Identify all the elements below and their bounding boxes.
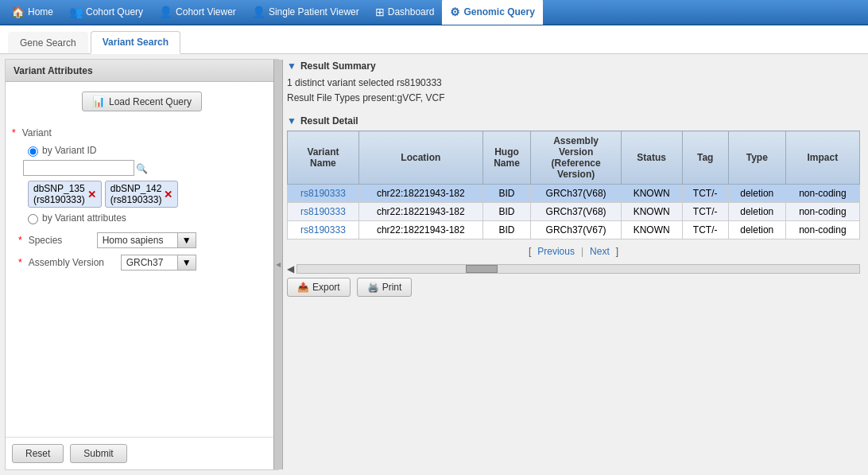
col-assembly: AssemblyVersion(ReferenceVersion) — [531, 131, 621, 185]
cell-status: KNOWN — [621, 185, 682, 203]
cohort-viewer-icon: 👤 — [159, 6, 172, 18]
col-type: Type — [728, 131, 785, 185]
col-status: Status — [621, 131, 682, 185]
table-row: rs8190333 chr22:18221943-182 BID GRCh37(… — [288, 185, 860, 203]
table-row: rs8190333 chr22:18221943-182 BID GRCh37(… — [288, 203, 860, 221]
search-input-row: 🔍 — [23, 160, 272, 176]
col-location: Location — [358, 131, 482, 185]
pagination: [ Previous | Next ] — [287, 246, 860, 257]
next-link[interactable]: Next — [590, 246, 610, 257]
remove-chip-2[interactable]: ✕ — [164, 189, 172, 201]
load-recent-query-button[interactable]: 📊 Load Recent Query — [82, 91, 202, 111]
variant-chips: dbSNP_135(rs8190333) ✕ dbSNP_142(rs81903… — [28, 181, 272, 208]
variant-search-input[interactable] — [23, 160, 134, 176]
col-hugo: HugoName — [482, 131, 531, 185]
print-icon: 🖨️ — [367, 282, 379, 293]
chart-icon: 📊 — [92, 95, 105, 107]
species-required: * — [18, 235, 22, 246]
by-variant-id-radio[interactable] — [28, 146, 38, 157]
scroll-track[interactable] — [296, 264, 860, 274]
cell-hugo: BID — [482, 203, 531, 221]
panel-body: 📊 Load Recent Query * Variant by Variant… — [6, 82, 278, 437]
cell-hugo: BID — [482, 185, 531, 203]
reset-button[interactable]: Reset — [12, 444, 64, 463]
assembly-required: * — [18, 257, 22, 268]
scroll-left-arrow[interactable]: ◀ — [287, 263, 294, 274]
table-row: rs8190333 chr22:18221943-182 BID GRCh37(… — [288, 221, 860, 239]
by-variant-attr-row: by Variant attributes — [28, 212, 272, 224]
right-panel: ▼ Result Summary 1 distinct variant sele… — [279, 54, 868, 475]
assembly-select[interactable]: GRCh37 ▼ — [121, 255, 196, 271]
genomic-query-icon: ⚙ — [450, 6, 460, 18]
cohort-query-icon: 👥 — [69, 6, 83, 18]
remove-chip-1[interactable]: ✕ — [87, 189, 96, 201]
cell-type: deletion — [728, 221, 785, 239]
cell-variant: rs8190333 — [288, 203, 359, 221]
col-impact: Impact — [785, 131, 859, 185]
species-select[interactable]: Homo sapiens ▼ — [97, 232, 196, 248]
nav-cohort-viewer[interactable]: 👤 Cohort Viewer — [151, 0, 244, 25]
top-navigation: 🏠 Home 👥 Cohort Query 👤 Cohort Viewer 👤 … — [0, 0, 868, 25]
nav-dashboard[interactable]: ⊞ Dashboard — [367, 0, 443, 25]
cell-tag: TCT/- — [682, 221, 728, 239]
cell-impact: non-coding — [785, 221, 859, 239]
scroll-thumb[interactable] — [466, 265, 498, 273]
variant-link[interactable]: rs8190333 — [300, 206, 346, 217]
cell-location: chr22:18221943-182 — [358, 185, 482, 203]
bottom-buttons: Reset Submit — [6, 437, 278, 469]
horizontal-scrollbar[interactable]: ◀ — [287, 263, 860, 274]
result-summary: ▼ Result Summary 1 distinct variant sele… — [287, 60, 860, 106]
collapse-triangle[interactable]: ▼ — [287, 60, 296, 72]
submit-button[interactable]: Submit — [70, 444, 126, 463]
cell-status: KNOWN — [621, 221, 682, 239]
export-button[interactable]: 📤 Export — [287, 278, 351, 297]
by-variant-attr-radio[interactable] — [28, 214, 38, 224]
dashboard-icon: ⊞ — [375, 6, 385, 18]
variant-field-row: * Variant — [12, 127, 272, 138]
variant-chip-1: dbSNP_135(rs8190333) ✕ — [28, 181, 102, 208]
by-variant-id-row: by Variant ID — [28, 145, 272, 157]
species-row: * Species Homo sapiens ▼ — [18, 232, 272, 248]
cell-impact: non-coding — [785, 203, 859, 221]
cell-type: deletion — [728, 203, 785, 221]
left-panel: Variant Attributes 📊 Load Recent Query *… — [5, 59, 279, 470]
result-summary-header: ▼ Result Summary — [287, 60, 860, 72]
assembly-row: * Assembly Version GRCh37 ▼ — [18, 255, 272, 271]
nav-home[interactable]: 🏠 Home — [3, 0, 61, 25]
main-content: Variant Attributes 📊 Load Recent Query *… — [0, 54, 868, 475]
tab-variant-search[interactable]: Variant Search — [91, 31, 180, 54]
assembly-dropdown-arrow[interactable]: ▼ — [177, 255, 196, 270]
summary-line1: 1 distinct variant selected rs8190333 — [287, 76, 860, 91]
single-patient-icon: 👤 — [252, 6, 265, 18]
export-icon: 📤 — [297, 282, 309, 293]
cell-location: chr22:18221943-182 — [358, 221, 482, 239]
cell-variant: rs8190333 — [288, 221, 359, 239]
cell-tag: TCT/- — [682, 185, 728, 203]
print-button[interactable]: 🖨️ Print — [357, 278, 413, 297]
nav-cohort-query[interactable]: 👥 Cohort Query — [61, 0, 151, 25]
search-icon: 🔍 — [136, 163, 148, 174]
variant-search-button[interactable]: 🔍 — [134, 161, 149, 175]
prev-link[interactable]: Previous — [537, 246, 575, 257]
result-summary-title: Result Summary — [300, 60, 376, 72]
collapse-detail-triangle[interactable]: ▼ — [287, 115, 296, 127]
variant-link[interactable]: rs8190333 — [300, 224, 346, 236]
panel-divider[interactable] — [273, 60, 283, 469]
cell-status: KNOWN — [621, 203, 682, 221]
cell-tag: TCT/- — [682, 203, 728, 221]
result-table: VariantName Location HugoName AssemblyVe… — [287, 130, 860, 239]
cell-assembly: GRCh37(V68) — [531, 203, 621, 221]
col-variant-name: VariantName — [288, 131, 359, 185]
nav-single-patient[interactable]: 👤 Single Patient Viewer — [244, 0, 367, 25]
nav-genomic-query[interactable]: ⚙ Genomic Query — [442, 0, 542, 25]
result-detail-header: ▼ Result Detail — [287, 115, 860, 127]
summary-line2: Result File Types present:gVCF, VCF — [287, 91, 860, 106]
species-dropdown-arrow[interactable]: ▼ — [177, 233, 196, 247]
result-detail: ▼ Result Detail VariantName Location Hug… — [287, 115, 860, 239]
tab-gene-search[interactable]: Gene Search — [8, 32, 88, 53]
cell-hugo: BID — [482, 221, 531, 239]
cell-type: deletion — [728, 185, 785, 203]
cell-location: chr22:18221943-182 — [358, 203, 482, 221]
variant-link[interactable]: rs8190333 — [300, 188, 346, 199]
col-tag: Tag — [682, 131, 728, 185]
